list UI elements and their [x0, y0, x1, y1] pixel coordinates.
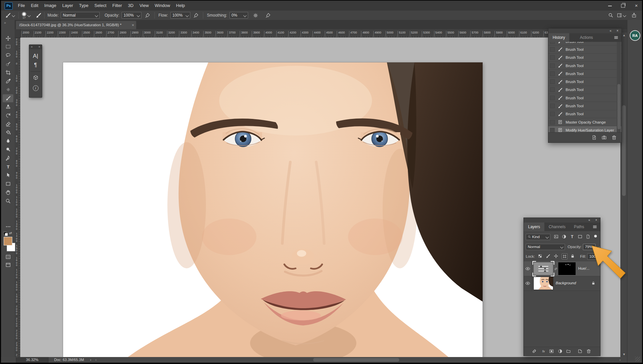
menu-edit[interactable]: Edit — [28, 1, 41, 11]
history-state[interactable]: Brush Tool — [548, 110, 621, 118]
share-icon[interactable] — [631, 11, 637, 20]
new-layer-icon[interactable] — [578, 349, 583, 354]
tool-eraser[interactable] — [3, 120, 13, 128]
tool-move[interactable] — [3, 34, 13, 42]
filter-toggle-icon[interactable] — [594, 234, 599, 239]
lock-position-icon[interactable] — [554, 254, 559, 259]
menu-file[interactable]: File — [15, 1, 28, 11]
filter-shape-layers-icon[interactable] — [578, 234, 583, 239]
tab-layers[interactable]: Layers — [524, 223, 544, 231]
history-source-checkbox[interactable] — [550, 63, 555, 68]
info-panel-icon[interactable]: i — [29, 85, 42, 91]
filter-adjustment-layers-icon[interactable] — [562, 234, 567, 239]
history-state[interactable]: Brush Tool — [548, 94, 621, 102]
tool-brush[interactable] — [3, 94, 13, 102]
history-source-checkbox[interactable] — [550, 87, 555, 92]
filter-kind-select[interactable]: Kind — [526, 234, 550, 240]
layer-style-icon[interactable] — [541, 349, 546, 354]
quick-mask-button[interactable] — [3, 253, 13, 261]
scroll-right-icon[interactable]: › — [619, 357, 621, 362]
history-source-checkbox[interactable] — [550, 128, 555, 133]
foreground-color-swatch[interactable] — [4, 237, 12, 245]
restore-button[interactable] — [616, 1, 630, 10]
history-source-checkbox[interactable] — [550, 104, 555, 108]
history-source-checkbox[interactable] — [550, 42, 555, 44]
tool-lasso[interactable] — [3, 51, 13, 59]
new-group-icon[interactable] — [566, 349, 571, 354]
new-snapshot-icon[interactable] — [601, 135, 607, 140]
history-source-checkbox[interactable] — [550, 55, 555, 60]
scroll-left-icon[interactable]: ‹ — [95, 357, 97, 362]
history-state[interactable]: Brush Tool — [548, 62, 621, 70]
horizontal-scroll-thumb[interactable] — [313, 358, 399, 362]
history-state[interactable]: Brush Tool — [548, 102, 621, 110]
panel-menu-icon[interactable] — [592, 224, 597, 229]
history-state[interactable]: Brush Tool — [548, 78, 621, 86]
scroll-down-icon[interactable]: ▼ — [621, 353, 627, 356]
history-state[interactable]: Brush Tool — [548, 86, 621, 94]
layer-thumbnail[interactable] — [534, 277, 553, 290]
history-source-checkbox[interactable] — [550, 47, 555, 52]
layer-row-background[interactable]: Background — [524, 276, 600, 291]
history-state[interactable]: Brush Tool — [548, 46, 621, 53]
history-scroll-thumb[interactable] — [617, 84, 620, 129]
history-state[interactable]: Master Opacity Change — [548, 118, 621, 126]
screen-mode-button[interactable] — [3, 261, 13, 269]
history-source-checkbox[interactable] — [550, 79, 555, 84]
history-state[interactable]: Brush Tool — [548, 54, 621, 62]
edit-toolbar-dots-icon[interactable] — [3, 223, 13, 230]
tab-channels[interactable]: Channels — [544, 223, 570, 231]
ruler-corner[interactable] — [15, 29, 21, 38]
menu-image[interactable]: Image — [41, 1, 59, 11]
tool-blur[interactable] — [3, 137, 13, 145]
brush-preset-picker[interactable]: 17 — [22, 11, 30, 20]
layer-name[interactable]: Background — [556, 281, 576, 285]
character-panel-icon[interactable]: A| — [29, 53, 42, 59]
delete-state-icon[interactable] — [611, 135, 617, 140]
toggle-brush-settings-panel[interactable] — [36, 11, 42, 20]
brush-tool-preset[interactable] — [5, 11, 15, 20]
menu-select[interactable]: Select — [91, 1, 109, 11]
history-source-checkbox[interactable] — [550, 120, 555, 125]
tool-dodge[interactable] — [3, 145, 13, 153]
dock-expand-icon[interactable]: » — [31, 45, 33, 49]
user-avatar[interactable]: RA — [630, 30, 640, 41]
resize-grip[interactable] — [635, 357, 640, 361]
dock-close-icon[interactable]: × — [39, 45, 40, 49]
menu-layer[interactable]: Layer — [59, 1, 76, 11]
layer-row-hue-saturation[interactable]: Hue/... — [524, 261, 600, 276]
opacity-select[interactable]: 100% — [122, 12, 141, 19]
link-layers-icon[interactable] — [532, 349, 537, 354]
history-source-checkbox[interactable] — [550, 71, 555, 76]
minimize-button[interactable] — [603, 1, 616, 10]
lock-artboard-icon[interactable] — [562, 253, 568, 259]
tab-actions[interactable]: Actions — [576, 33, 597, 42]
tool-eyedropper[interactable] — [3, 77, 13, 85]
history-state[interactable]: Brush Tool — [548, 42, 621, 46]
airbrush-icon[interactable] — [193, 11, 199, 20]
visibility-toggle[interactable] — [524, 276, 532, 291]
tool-healing[interactable] — [3, 86, 13, 94]
scroll-up-icon[interactable]: ▲ — [621, 34, 627, 37]
adjustment-layer-thumbnail[interactable] — [534, 262, 553, 275]
menu-help[interactable]: Help — [173, 1, 188, 11]
filter-type-layers-icon[interactable] — [570, 234, 575, 239]
mode-select[interactable]: Normal — [61, 12, 100, 19]
panel-close-icon[interactable]: × — [616, 29, 618, 33]
zoom-level-field[interactable]: 36.32% — [16, 357, 48, 363]
menu-3d[interactable]: 3D — [125, 1, 137, 11]
workspace-switcher[interactable] — [617, 11, 626, 20]
tool-clone[interactable] — [3, 103, 13, 111]
add-layer-mask-icon[interactable] — [549, 349, 554, 354]
lock-all-icon[interactable] — [570, 254, 576, 259]
close-button[interactable]: × — [630, 1, 642, 10]
tool-pen[interactable] — [3, 154, 13, 162]
tool-rectangle[interactable] — [3, 180, 13, 188]
tab-close-icon[interactable]: × — [132, 21, 134, 29]
history-state[interactable]: Brush Tool — [548, 70, 621, 78]
smoothing-options-gear-icon[interactable] — [253, 11, 258, 20]
status-menu-arrow-icon[interactable]: › — [90, 357, 91, 362]
lock-image-pixels-icon[interactable] — [546, 254, 551, 259]
history-scrollbar[interactable] — [617, 42, 621, 133]
search-icon[interactable] — [608, 11, 613, 20]
